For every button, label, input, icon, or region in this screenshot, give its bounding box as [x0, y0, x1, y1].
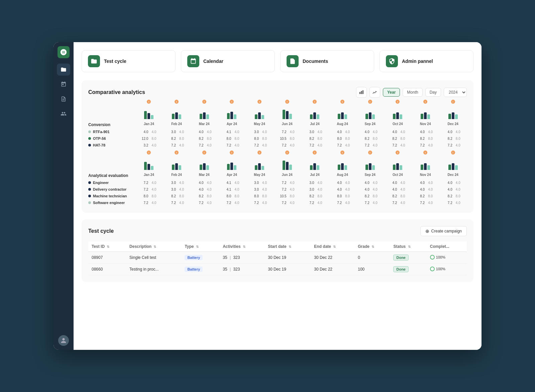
data-cell: 7.2 4.0 — [169, 143, 184, 148]
col-test-id[interactable]: Test ID ⇅ — [88, 241, 126, 252]
cell-start-2: 30 Dec 19 — [264, 264, 311, 275]
col-grade[interactable]: Grade ⇅ — [354, 241, 390, 252]
otp-label: OTP-56 — [88, 135, 135, 142]
month-col: Jan 24 — [135, 172, 163, 178]
col-status[interactable]: Status ⇅ — [390, 241, 426, 252]
line-chart-icon — [372, 90, 377, 95]
info-dot: i — [285, 151, 289, 155]
data-col: 7.2 4.0 — [273, 130, 301, 134]
nav-card-documents[interactable]: Documents — [280, 50, 374, 72]
nav-card-calendar[interactable]: Calendar — [181, 50, 275, 72]
data-col: 4.1 4.0 — [218, 130, 246, 134]
bar — [203, 163, 206, 170]
bar-group: i — [200, 154, 209, 170]
bar-group: i — [338, 103, 347, 119]
hat-label: HAT-78 — [88, 142, 135, 149]
bar-group: i — [227, 154, 236, 170]
cell-type-1: Battery — [181, 252, 219, 264]
create-campaign-btn[interactable]: ⊕ Create campaign — [420, 226, 467, 236]
screen-wrapper: Test cycle Calendar Documents — [0, 0, 535, 392]
cell-complete-2: 100% — [427, 264, 467, 275]
delivery-row: Delivery contractor 7.2 4.0 3.0 4.0 4.0 … — [88, 186, 467, 193]
rtfa-dot — [88, 130, 91, 133]
data-col: 7.2 4.0 — [273, 181, 301, 185]
data-cell: 3.0 4.0 — [252, 187, 267, 192]
data-cell: 4.0 4.0 — [335, 181, 350, 185]
period-day-btn[interactable]: Day — [425, 88, 441, 97]
sidebar-item-calendar[interactable] — [57, 78, 70, 90]
data-col: 8.2 8.0 — [356, 194, 384, 198]
sidebar-item-document[interactable] — [57, 93, 70, 105]
data-cell: 8.2 8.0 — [363, 136, 378, 141]
bar — [289, 165, 292, 170]
period-month-btn[interactable]: Month — [403, 88, 422, 97]
data-col: 8.2 8.0 — [439, 194, 467, 198]
period-year-btn[interactable]: Year — [383, 88, 400, 97]
bar-group: i — [255, 154, 264, 170]
data-col: 4.1 4.0 — [218, 181, 246, 185]
month-col: Feb 24 — [163, 121, 191, 127]
info-dot: i — [202, 100, 206, 104]
otp-dot — [88, 137, 91, 140]
col-description[interactable]: Description ⇅ — [126, 241, 181, 252]
year-select[interactable]: 2024 2023 2022 — [444, 88, 467, 97]
data-cell: 7.2 4.0 — [280, 181, 295, 185]
bar — [283, 110, 285, 119]
status-badge-1: Done — [393, 255, 409, 261]
rtfa-row: RTFa-901 4.0 4.0 3.0 4.0 4.0 4.0 4.1 4.0… — [88, 128, 467, 135]
sort-icon-5: ⇅ — [289, 245, 291, 249]
col-complete[interactable]: Complet... — [427, 241, 467, 252]
bar-group: i — [365, 154, 375, 170]
bar — [234, 165, 236, 170]
eng-data-cols: 7.2 4.0 3.0 4.0 4.0 4.0 4.1 4.0 3.0 4.0 … — [135, 181, 467, 185]
cell-desc-2: Testing in proc... — [126, 264, 181, 275]
data-cell: 3.0 4.0 — [169, 130, 184, 134]
user-avatar[interactable] — [58, 335, 69, 346]
data-col: 3.0 4.0 — [301, 187, 329, 192]
bar — [317, 165, 319, 170]
data-cell: 7.2 4.0 — [280, 187, 295, 192]
eval-bars-row: iiiiiiiiiiii — [135, 154, 467, 170]
hat-row: HAT-78 3.2 4.0 7.2 4.0 7.2 4.0 7.2 4.0 7… — [88, 142, 467, 149]
data-col: 7.2 4.0 — [412, 143, 439, 148]
machine-row: Machine technician 8.0 8.0 8.2 8.0 8.2 8… — [88, 193, 467, 199]
machine-label: Machine technician — [88, 193, 135, 199]
sort-icon-6: ⇅ — [333, 245, 336, 249]
info-dot: i — [175, 151, 179, 155]
col-end-date[interactable]: End date ⇅ — [311, 241, 354, 252]
data-cell: 8.2 8.0 — [197, 136, 212, 141]
month-col: Apr 24 — [218, 121, 246, 127]
month-col: Dec 24 — [439, 172, 467, 178]
col-activities[interactable]: Activities ⇅ — [219, 241, 264, 252]
rtfa-label: RTFa-901 — [88, 128, 135, 135]
month-header: Aug 24 — [337, 172, 348, 178]
chart-type-bar[interactable] — [356, 87, 367, 98]
col-type[interactable]: Type ⇅ — [181, 241, 219, 252]
data-col: 7.2 4.0 — [439, 143, 467, 148]
month-col: Sep 24 — [356, 121, 384, 127]
bar — [234, 114, 236, 119]
chart-type-line[interactable] — [369, 87, 380, 98]
nav-card-admin[interactable]: Admin pannel — [380, 50, 473, 72]
data-col: 10.5 8.0 — [273, 194, 301, 198]
cell-type-2: Battery — [181, 264, 219, 275]
hat-data-cols: 3.2 4.0 7.2 4.0 7.2 4.0 7.2 4.0 7.2 4.0 … — [135, 143, 467, 148]
cell-activities-1: 35 | 323 — [219, 252, 264, 264]
bar-group: i — [338, 154, 347, 170]
sidebar-item-users[interactable] — [57, 108, 70, 120]
data-col: 7.2 4.0 — [301, 143, 329, 148]
month-col: Oct 24 — [384, 172, 412, 178]
sidebar-item-folder[interactable] — [57, 64, 70, 76]
sidebar-logo[interactable] — [58, 46, 70, 58]
bar-group: i — [172, 154, 181, 170]
col-start-date[interactable]: Start date ⇅ — [264, 241, 311, 252]
nav-card-test-cycle[interactable]: Test cycle — [82, 50, 176, 72]
data-col: 7.2 4.0 — [439, 201, 467, 205]
month-header: Nov 24 — [420, 172, 431, 178]
data-col: 8.0 8.0 — [246, 194, 274, 198]
data-cell: 4.1 4.0 — [224, 187, 239, 192]
data-col: 8.2 8.0 — [356, 136, 384, 141]
users-icon — [61, 111, 67, 117]
data-cell: 7.2 4.0 — [363, 143, 378, 148]
data-cell: 8.2 8.0 — [390, 194, 405, 198]
